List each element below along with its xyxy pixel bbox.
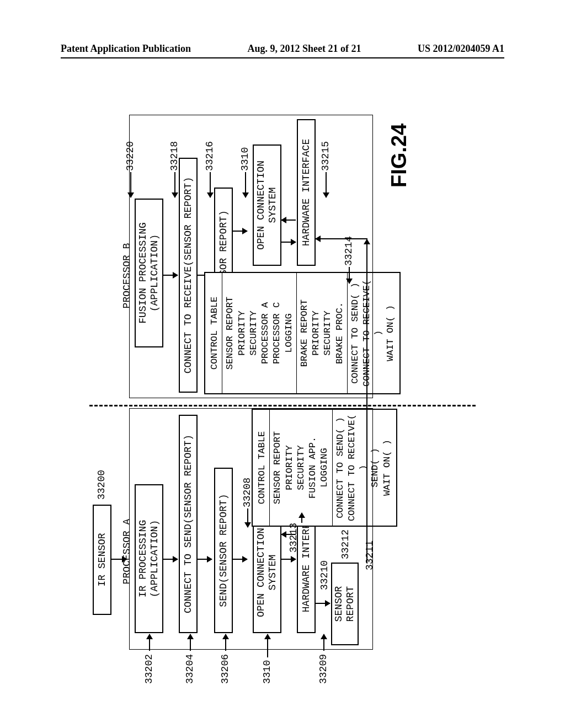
page: Patent Application Publication Aug. 9, 2…	[0, 0, 565, 728]
figure-label: FIG.24	[387, 124, 411, 188]
ir-sensor-label: IR SENSOR	[97, 533, 108, 586]
diagram-canvas: PROCESSOR A PROCESSOR B IR SENSOR 33200 …	[89, 94, 476, 700]
processor-b-frame	[129, 115, 373, 398]
arrow-ir-to-proc	[111, 559, 127, 560]
header-left: Patent Application Publication	[61, 43, 191, 55]
ir-sensor-box: IR SENSOR	[93, 505, 111, 615]
ref-33200: 33200	[96, 470, 107, 500]
header-mid: Aug. 9, 2012 Sheet 21 of 21	[248, 43, 361, 55]
arrow-up-to-hw-r	[316, 238, 367, 239]
ctable-left-g2-3: WAIT ON( )	[381, 414, 393, 521]
ref-33202: 33202	[143, 654, 154, 684]
ref-3310-l: 3310	[262, 660, 273, 684]
ctable-right-g3-2: WAIT ON( )	[385, 277, 396, 389]
ref-33204: 33204	[184, 654, 195, 684]
arrow-sensor-to-hw-r	[366, 239, 367, 563]
page-header: Patent Application Publication Aug. 9, 2…	[61, 43, 504, 55]
header-right: US 2012/0204059 A1	[418, 43, 504, 55]
ref-33206: 33206	[220, 654, 231, 684]
processor-a-frame	[129, 408, 373, 650]
ref-33209: 33209	[318, 654, 329, 684]
header-rule	[61, 57, 504, 58]
column-divider	[89, 405, 476, 406]
